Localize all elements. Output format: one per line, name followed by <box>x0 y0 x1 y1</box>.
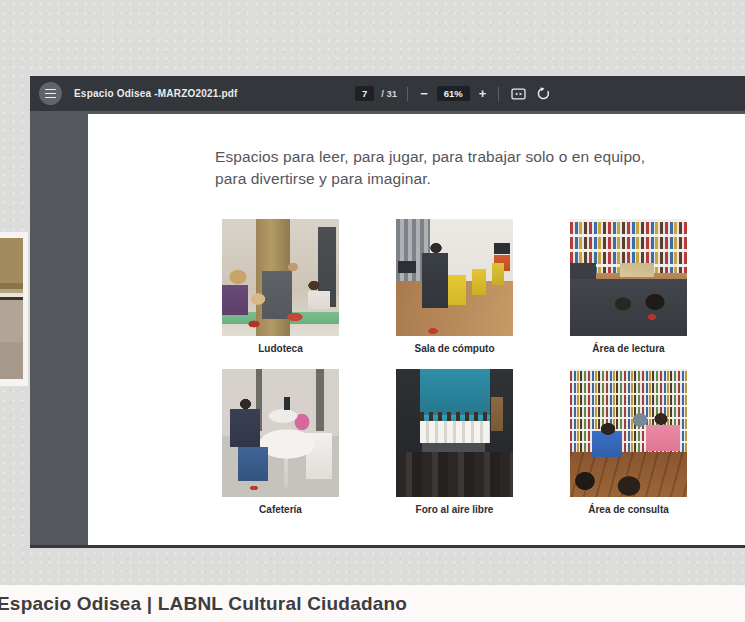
slide-heading: Espacios para leer, para jugar, para tra… <box>215 146 745 190</box>
article-caption-bar: Espacio Odisea | LABNL Cultural Ciudadan… <box>0 585 745 622</box>
photo-area-de-lectura <box>570 219 687 336</box>
photo-row-bottom: Cafetería Foro al aire libre Área de con… <box>222 369 687 515</box>
photo-caption: Área de consulta <box>570 504 687 515</box>
adjacent-photo-card <box>0 232 28 386</box>
photo-ludoteca <box>222 219 339 336</box>
photo-tile-foro-al-aire-libre: Foro al aire libre <box>396 369 513 515</box>
photo-cafeteria <box>222 369 339 497</box>
photo-tile-ludoteca: Ludoteca <box>222 219 339 354</box>
page-number-input[interactable]: 7 <box>355 86 374 102</box>
slide-heading-line2: para divertirse y para imaginar. <box>215 170 431 187</box>
photo-row-top: Ludoteca Sala de cómputo Área de lectura <box>222 219 687 354</box>
pdf-viewer-window: Espacio Odisea -MARZO2021.pdf 7 / 31 − 6… <box>30 76 745 548</box>
rotate-counterclockwise-icon <box>537 87 550 100</box>
article-background: Espacio Odisea -MARZO2021.pdf 7 / 31 − 6… <box>0 0 745 622</box>
fit-page-button[interactable] <box>509 88 528 100</box>
article-caption: Espacio Odisea | LABNL Cultural Ciudadan… <box>0 593 407 615</box>
photo-tile-cafeteria: Cafetería <box>222 369 339 515</box>
photo-tile-area-de-consulta: Área de consulta <box>570 369 687 515</box>
hamburger-icon <box>45 89 56 91</box>
page-count-label: / 31 <box>381 88 397 99</box>
photo-caption: Área de lectura <box>570 343 687 354</box>
document-title: Espacio Odisea -MARZO2021.pdf <box>74 88 238 99</box>
photo-caption: Sala de cómputo <box>396 343 513 354</box>
toolbar-divider <box>407 87 408 101</box>
photo-caption: Foro al aire libre <box>396 504 513 515</box>
pdf-scroll-area[interactable]: Espacios para leer, para jugar, para tra… <box>30 111 745 545</box>
toolbar-controls: 7 / 31 − 61% + <box>355 76 552 111</box>
pdf-page: Espacios para leer, para jugar, para tra… <box>88 114 745 545</box>
menu-button[interactable] <box>39 82 62 105</box>
photo-sala-de-computo <box>396 219 513 336</box>
photo-caption: Ludoteca <box>222 343 339 354</box>
photo-tile-sala-de-computo: Sala de cómputo <box>396 219 513 354</box>
fit-to-page-icon <box>511 88 526 100</box>
photo-caption: Cafetería <box>222 504 339 515</box>
adjacent-photo-image <box>0 238 23 379</box>
photo-tile-area-de-lectura: Área de lectura <box>570 219 687 354</box>
zoom-level-input[interactable]: 61% <box>437 86 470 102</box>
photo-foro-al-aire-libre <box>396 369 513 497</box>
rotate-button[interactable] <box>535 87 552 100</box>
photo-area-de-consulta <box>570 369 687 497</box>
toolbar-divider <box>498 87 499 101</box>
pdf-toolbar: Espacio Odisea -MARZO2021.pdf 7 / 31 − 6… <box>30 76 745 111</box>
slide-heading-line1: Espacios para leer, para jugar, para tra… <box>215 148 645 165</box>
zoom-out-button[interactable]: − <box>418 87 430 100</box>
zoom-in-button[interactable]: + <box>477 87 489 100</box>
